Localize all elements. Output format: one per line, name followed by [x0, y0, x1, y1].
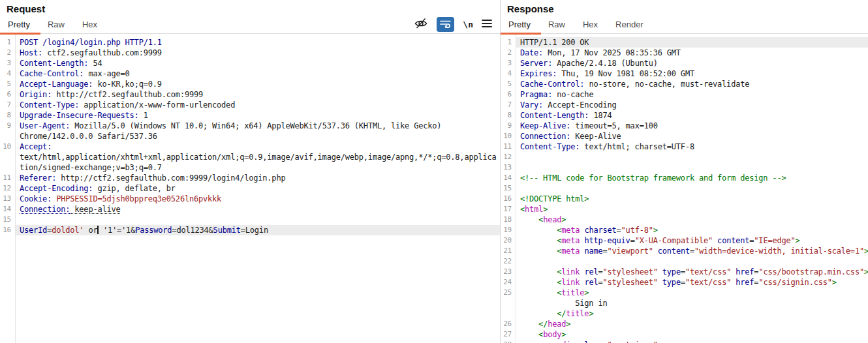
code-text: Content-Length: 1874: [516, 110, 868, 121]
code-line[interactable]: 5Accept-Language: ko-KR,ko;q=0.9: [0, 79, 500, 89]
code-text: <link rel="stylesheet" type="text/css" h…: [516, 267, 868, 277]
newline-icon: \n: [463, 20, 473, 29]
code-line[interactable]: 7Content-Type: application/x-www-form-ur…: [0, 100, 500, 110]
tab-request-pretty[interactable]: Pretty: [8, 20, 30, 29]
request-panel: Request Pretty Raw Hex: [0, 0, 500, 343]
response-panel-title: Response: [507, 3, 554, 14]
tab-response-render[interactable]: Render: [615, 20, 643, 29]
request-toolbar: \n: [414, 17, 492, 32]
code-text: Server: Apache/2.4.18 (Ubuntu): [516, 58, 868, 68]
line-number: 28: [501, 340, 516, 343]
code-text: <div class="container">: [516, 340, 868, 343]
code-line[interactable]: 16UserId=doldol' or '1'='1&Password=dol1…: [0, 225, 500, 235]
code-text: [516, 183, 868, 194]
code-line[interactable]: 27 <body>: [501, 329, 868, 340]
tab-response-pretty[interactable]: Pretty: [508, 20, 531, 29]
code-text: Host: ctf2.segfaulthub.com:9999: [15, 48, 500, 58]
code-line[interactable]: 4Expires: Thu, 19 Nov 1981 08:52:00 GMT: [501, 68, 868, 79]
code-line[interactable]: 14<!-- HTML code for Bootstrap framework…: [501, 173, 868, 183]
request-panel-title: Request: [7, 3, 45, 14]
code-text: <meta name="viewport" content="width=dev…: [516, 246, 868, 256]
line-number: [0, 162, 15, 173]
line-number: 3: [0, 58, 15, 68]
code-line[interactable]: 4Cache-Control: max-age=0: [0, 68, 500, 79]
line-number: 4: [0, 68, 15, 79]
code-text: tion/signed-exchange;v=b3;q=0.7: [15, 162, 500, 173]
code-line[interactable]: 5Cache-Control: no-store, no-cache, must…: [501, 79, 868, 89]
code-line[interactable]: Chrome/142.0.0.0 Safari/537.36: [0, 131, 500, 142]
code-line[interactable]: 13Cookie: PHPSESSID=5djsh0bppreq3e0526ln…: [0, 194, 500, 204]
code-text: UserId=doldol' or '1'='1&Password=dol123…: [15, 225, 500, 235]
code-line[interactable]: 15: [0, 215, 500, 225]
code-line[interactable]: 12: [501, 152, 868, 162]
code-line[interactable]: </title>: [501, 308, 868, 319]
line-number: 19: [501, 225, 516, 235]
code-line[interactable]: 21 <meta name="viewport" content="width=…: [501, 246, 868, 256]
code-line[interactable]: 2Date: Mon, 17 Nov 2025 08:35:36 GMT: [501, 48, 868, 58]
code-line[interactable]: 3Server: Apache/2.4.18 (Ubuntu): [501, 58, 868, 68]
line-number: 26: [501, 319, 516, 329]
code-line[interactable]: 20 <meta http-equiv="X-UA-Compatible" co…: [501, 235, 868, 246]
code-line[interactable]: 25 <title>: [501, 288, 868, 298]
code-line[interactable]: 11Content-Type: text/html; charset=UTF-8: [501, 142, 868, 152]
tab-response-raw[interactable]: Raw: [548, 20, 565, 29]
code-line[interactable]: 2Host: ctf2.segfaulthub.com:9999: [0, 48, 500, 58]
code-line[interactable]: 14Connection: keep-alive: [0, 204, 500, 215]
code-line[interactable]: 8Upgrade-Insecure-Requests: 1: [0, 110, 500, 121]
http-message-viewer: Request Pretty Raw Hex: [0, 0, 868, 343]
word-wrap-button[interactable]: [437, 17, 454, 32]
line-number: 10: [501, 131, 516, 142]
line-number: 17: [501, 204, 516, 215]
code-line[interactable]: 24 <link rel="stylesheet" type="text/css…: [501, 277, 868, 288]
code-text: Content-Length: 54: [15, 58, 500, 68]
tab-request-raw[interactable]: Raw: [48, 20, 65, 29]
code-line[interactable]: 13: [501, 162, 868, 173]
code-line[interactable]: 3Content-Length: 54: [0, 58, 500, 68]
code-line[interactable]: 10Connection: Keep-Alive: [501, 131, 868, 142]
code-line[interactable]: 19 <meta charset="utf-8">: [501, 225, 868, 235]
code-line[interactable]: 15: [501, 183, 868, 194]
code-text: Accept-Encoding: gzip, deflate, br: [15, 183, 500, 194]
code-line[interactable]: 11Referer: http://ctf2.segfaulthub.com:9…: [0, 173, 500, 183]
code-line[interactable]: 17<html>: [501, 204, 868, 215]
hide-matching-button[interactable]: [414, 17, 428, 32]
tab-response-hex[interactable]: Hex: [583, 20, 598, 29]
code-text: Expires: Thu, 19 Nov 1981 08:52:00 GMT: [516, 68, 868, 79]
line-number: 14: [0, 204, 15, 215]
line-number: 11: [0, 173, 15, 183]
code-line[interactable]: 9User-Agent: Mozilla/5.0 (Windows NT 10.…: [0, 121, 500, 131]
line-number: 23: [501, 267, 516, 277]
code-line[interactable]: 18 <head>: [501, 215, 868, 225]
code-line[interactable]: 28 <div class="container">: [501, 340, 868, 343]
line-number: 12: [0, 183, 15, 194]
request-editor[interactable]: 1POST /login4/login.php HTTP/1.12Host: c…: [0, 35, 500, 343]
response-editor[interactable]: 1HTTP/1.1 200 OK2Date: Mon, 17 Nov 2025 …: [501, 35, 868, 343]
code-line[interactable]: 23 <link rel="stylesheet" type="text/css…: [501, 267, 868, 277]
code-line[interactable]: 1HTTP/1.1 200 OK: [501, 37, 868, 48]
line-number: 2: [501, 48, 516, 58]
code-line[interactable]: text/html,application/xhtml+xml,applicat…: [0, 152, 500, 162]
code-text: Accept:: [15, 142, 500, 152]
line-number: 25: [501, 288, 516, 298]
tab-request-hex[interactable]: Hex: [82, 20, 97, 29]
code-text: <body>: [516, 329, 868, 340]
code-line[interactable]: 1POST /login4/login.php HTTP/1.1: [0, 37, 500, 48]
newline-toggle-button[interactable]: \n: [463, 20, 473, 29]
code-text: <meta http-equiv="X-UA-Compatible" conte…: [516, 235, 868, 246]
code-line[interactable]: 8Content-Length: 1874: [501, 110, 868, 121]
code-line[interactable]: 7Vary: Accept-Encoding: [501, 100, 868, 110]
code-line[interactable]: 6Pragma: no-cache: [501, 89, 868, 100]
code-line[interactable]: tion/signed-exchange;v=b3;q=0.7: [0, 162, 500, 173]
code-text: <title>: [516, 288, 868, 298]
code-line[interactable]: 6Origin: http://ctf2.segfaulthub.com:999…: [0, 89, 500, 100]
code-line[interactable]: 10Accept:: [0, 142, 500, 152]
code-text: Content-Type: text/html; charset=UTF-8: [516, 142, 868, 152]
code-line[interactable]: Sign in: [501, 298, 868, 308]
code-line[interactable]: 26 </head>: [501, 319, 868, 329]
code-line[interactable]: 9Keep-Alive: timeout=5, max=100: [501, 121, 868, 131]
line-number: 4: [501, 68, 516, 79]
code-line[interactable]: 12Accept-Encoding: gzip, deflate, br: [0, 183, 500, 194]
code-line[interactable]: 16<!DOCTYPE html>: [501, 194, 868, 204]
editor-menu-button[interactable]: [482, 19, 492, 30]
code-line[interactable]: 22: [501, 256, 868, 267]
